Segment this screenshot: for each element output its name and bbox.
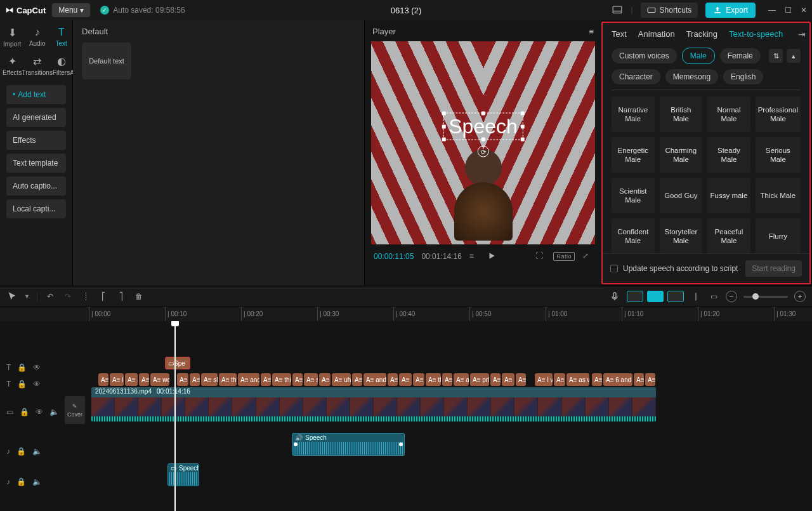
inspector-tab-text-to-speech[interactable]: Text-to-speech [729, 29, 783, 39]
undo-button[interactable]: ↶ [44, 291, 56, 302]
caption-clip[interactable]: A≡ f [319, 373, 331, 386]
cover-button[interactable]: ✎ Cover [65, 396, 85, 424]
voice-charming-male[interactable]: Charming Male [660, 137, 703, 173]
caption-clip[interactable]: A≡ le [645, 373, 655, 386]
caption-clip[interactable]: A≡ [592, 373, 602, 386]
caption-clip[interactable]: A≡ an [454, 373, 469, 386]
split-button[interactable]: ┊ [80, 291, 91, 302]
collapse-icon[interactable]: ▴ [787, 49, 801, 63]
layout-icon[interactable] [612, 4, 623, 16]
voice-good-guy[interactable]: Good Guy [660, 178, 703, 213]
timeline[interactable]: T🔒👁 T🔒👁 ▭🔒👁🔈 ♪🔒🔈 ♪🔒🔈 ✎ Cover ▭ Spe A≡A≡ … [0, 321, 812, 511]
tool-tab-audio[interactable]: ♪Audio [22, 24, 53, 53]
rotate-handle-icon[interactable]: ⟳ [478, 146, 489, 157]
caption-clip[interactable]: A≡ as well [566, 373, 589, 386]
trim-left-button[interactable]: ⎡ [98, 291, 109, 302]
caption-clip[interactable]: A≡ [490, 373, 501, 386]
trim-right-button[interactable]: ⎤ [115, 291, 127, 302]
inspector-tab-text[interactable]: Text [612, 29, 627, 39]
caption-clip[interactable]: A≡ the [219, 373, 237, 386]
caption-clip[interactable]: A≡ let [110, 373, 124, 386]
filter-chip-english[interactable]: English [723, 69, 763, 84]
default-text-asset[interactable]: Default text [82, 43, 131, 79]
voice-thick-male[interactable]: Thick Male [756, 178, 801, 213]
filter-chip-custom-voices[interactable]: Custom voices [612, 48, 677, 63]
voice-storyteller-male[interactable]: Storyteller Male [660, 218, 703, 253]
ratio-button[interactable]: Ratio [553, 252, 575, 261]
caption-clip[interactable]: A≡ and h [363, 373, 386, 386]
lock-icon[interactable]: 🔒 [16, 447, 26, 456]
mute-icon[interactable]: 🔈 [32, 447, 42, 456]
voice-british-male[interactable]: British Male [660, 96, 703, 132]
caption-clip[interactable]: A≡ the [426, 373, 441, 386]
play-button[interactable] [487, 251, 497, 262]
lock-icon[interactable]: 🔒 [16, 477, 26, 486]
fullscreen-icon[interactable]: ⤢ [582, 251, 593, 262]
caption-clip[interactable]: A≡ I w [535, 373, 553, 386]
zoom-in-button[interactable]: + [794, 291, 806, 302]
text-menu-add-text[interactable]: Add text [6, 85, 66, 104]
inspector-tab-animation[interactable]: Animation [638, 29, 675, 39]
export-button[interactable]: Export [705, 3, 756, 18]
tool-tab-text[interactable]: TText [53, 24, 70, 53]
voice-steady-male[interactable]: Steady Male [707, 137, 750, 173]
magnet-right[interactable] [667, 291, 684, 302]
tool-tab-import[interactable]: ⬇Import [3, 24, 22, 53]
caption-clip[interactable]: A≡ [139, 373, 149, 386]
voice-narrative-male[interactable]: Narrative Male [612, 96, 655, 132]
player-menu-icon[interactable]: ≡ [589, 27, 594, 36]
crop-icon[interactable]: ⛶ [535, 251, 546, 262]
caption-clip[interactable]: A≡ were [150, 373, 169, 386]
video-clip[interactable]: 202406131136.mp400:01:14:16 [91, 387, 656, 421]
caption-clip[interactable]: A≡ so [304, 373, 318, 386]
preview-icon[interactable]: ▭ [708, 291, 719, 302]
start-reading-button[interactable]: Start reading [745, 260, 802, 277]
tool-tab-transitions[interactable]: ⇄Transitions [22, 53, 53, 81]
audio-clip[interactable]: ▭Speech [167, 463, 199, 486]
redo-button[interactable]: ↷ [62, 291, 74, 302]
voice-flurry[interactable]: Flurry [756, 218, 801, 253]
filter-chip-memesong[interactable]: Memesong [665, 69, 718, 84]
voice-professional-male[interactable]: Professional Male [756, 96, 801, 132]
caption-clip[interactable]: A≡ 6 and p [603, 373, 632, 386]
caption-clip[interactable]: A≡ at [125, 373, 138, 386]
pointer-tool[interactable] [6, 291, 18, 302]
minimize-button[interactable]: — [768, 6, 776, 15]
text-menu-local-capti-[interactable]: Local capti... [6, 199, 66, 218]
text-menu-ai-generated[interactable]: AI generated [6, 108, 66, 127]
delete-button[interactable]: 🗑 [133, 291, 145, 302]
text-menu-effects[interactable]: Effects [6, 131, 66, 150]
link-icon[interactable]: ⎹⎸ [690, 291, 702, 302]
text-menu-text-template[interactable]: Text template [6, 154, 66, 173]
caption-clip[interactable]: A≡ [516, 373, 526, 386]
filter-chip-female[interactable]: Female [720, 48, 761, 63]
close-button[interactable]: ✕ [801, 6, 807, 15]
panel-collapse-icon[interactable]: ⇥ [798, 29, 806, 39]
caption-clip[interactable]: A≡ I [399, 373, 412, 386]
timeline-ruler[interactable]: | 00:00| 00:10| 00:20| 00:30| 00:40| 00:… [0, 307, 812, 321]
filter-chip-character[interactable]: Character [612, 69, 660, 84]
eye-icon[interactable]: 👁 [36, 408, 43, 416]
tool-tab-filters[interactable]: ◐Filters [53, 53, 70, 81]
voice-confident-male[interactable]: Confident Male [612, 218, 655, 253]
project-title[interactable]: 0613 (2) [391, 6, 421, 15]
zoom-slider[interactable] [743, 296, 788, 298]
zoom-out-button[interactable]: − [726, 291, 737, 302]
caption-clip[interactable]: A≡ [98, 373, 108, 386]
menu-button[interactable]: Menu ▾ [52, 3, 90, 17]
inspector-tab-tracking[interactable]: Tracking [686, 29, 717, 39]
eye-icon[interactable]: 👁 [33, 363, 41, 372]
voice-fussy-male[interactable]: Fussy male [707, 178, 750, 213]
caption-clip[interactable]: A≡ [442, 373, 452, 386]
caption-clip[interactable]: A≡ [634, 373, 644, 386]
voice-scientist-male[interactable]: Scientist Male [612, 178, 655, 213]
voice-serious-male[interactable]: Serious Male [756, 137, 801, 173]
tool-tab-effects[interactable]: ✦Effects [3, 53, 22, 81]
caption-clip[interactable]: A≡ uh s [332, 373, 351, 386]
caption-clip[interactable]: A≡ h [502, 373, 514, 386]
caption-clip[interactable]: A≡ [190, 373, 200, 386]
caption-clip[interactable]: A≡ [177, 373, 188, 386]
pointer-dropdown-icon[interactable]: ▼ [24, 293, 30, 300]
caption-clip[interactable]: A≡ [554, 373, 565, 386]
text-menu-auto-captio-[interactable]: Auto captio... [6, 176, 66, 196]
